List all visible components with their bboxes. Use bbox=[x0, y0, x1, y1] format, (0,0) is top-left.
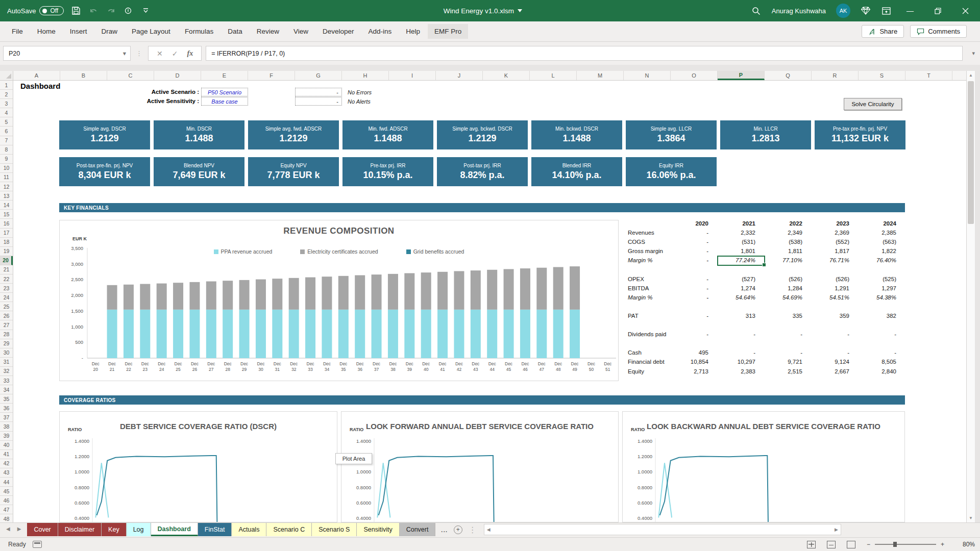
fin-cell[interactable]: 2,332 bbox=[713, 228, 760, 237]
fin-cell[interactable]: - bbox=[666, 237, 713, 246]
fin-cell[interactable]: (538) bbox=[760, 237, 806, 246]
fin-cell[interactable]: 1,297 bbox=[853, 284, 900, 293]
ribbon-tab-help[interactable]: Help bbox=[399, 24, 427, 39]
file-name[interactable]: Wind Energy v1.0.xlsm bbox=[444, 7, 514, 15]
fin-cell[interactable]: 2,713 bbox=[666, 367, 713, 376]
row-header-42[interactable]: 42 bbox=[0, 459, 13, 468]
active-sensitivity-field[interactable]: Base case bbox=[201, 97, 248, 106]
sheet-tab-scenario-s[interactable]: Scenario S bbox=[312, 523, 357, 536]
column-header-S[interactable]: S bbox=[859, 71, 905, 80]
sheet-tab-dashboard[interactable]: Dashboard bbox=[151, 523, 198, 536]
row-header-27[interactable]: 27 bbox=[0, 320, 13, 330]
page-break-view-icon[interactable] bbox=[847, 541, 855, 548]
row-header-12[interactable]: 12 bbox=[0, 182, 13, 191]
row-header-39[interactable]: 39 bbox=[0, 432, 13, 441]
row-header-33[interactable]: 33 bbox=[0, 376, 13, 385]
zoom-percentage[interactable]: 80% bbox=[955, 541, 975, 548]
fin-cell[interactable]: - bbox=[666, 274, 713, 284]
undo-icon[interactable] bbox=[88, 6, 99, 16]
column-header-R[interactable]: R bbox=[812, 71, 859, 80]
column-header-P[interactable]: P bbox=[718, 71, 765, 80]
column-header-A[interactable]: A bbox=[13, 71, 60, 80]
zoom-in-icon[interactable]: + bbox=[941, 541, 944, 548]
fin-cell[interactable]: 8,505 bbox=[853, 357, 900, 366]
column-header-B[interactable]: B bbox=[60, 71, 107, 80]
fin-cell[interactable]: 313 bbox=[713, 311, 760, 320]
fin-cell[interactable]: (563) bbox=[853, 237, 900, 246]
tab-overflow-button[interactable]: ... bbox=[440, 525, 447, 534]
row-header-15[interactable]: 15 bbox=[0, 210, 13, 219]
fin-cell[interactable]: 1,291 bbox=[806, 284, 853, 293]
row-header-18[interactable]: 18 bbox=[0, 238, 13, 247]
accessibility-icon[interactable] bbox=[33, 541, 42, 548]
comments-button[interactable]: Comments bbox=[910, 25, 967, 38]
fin-cell[interactable]: (525) bbox=[853, 274, 900, 284]
fin-cell[interactable]: - bbox=[806, 330, 853, 339]
fin-cell[interactable]: - bbox=[666, 293, 713, 302]
row-header-25[interactable]: 25 bbox=[0, 302, 13, 311]
row-header-26[interactable]: 26 bbox=[0, 311, 13, 320]
row-header-40[interactable]: 40 bbox=[0, 441, 13, 450]
fin-cell[interactable]: - bbox=[713, 330, 760, 339]
fin-cell[interactable]: (526) bbox=[760, 274, 806, 284]
fin-cell[interactable]: 1,274 bbox=[713, 284, 760, 293]
column-header-N[interactable]: N bbox=[624, 71, 671, 80]
sheet-tab-sensitivity[interactable]: Sensitivity bbox=[357, 523, 399, 536]
sheet-tab-cover[interactable]: Cover bbox=[27, 523, 58, 536]
fin-cell[interactable]: - bbox=[666, 256, 713, 265]
sheet-tab-actuals[interactable]: Actuals bbox=[232, 523, 266, 536]
column-header-C[interactable]: C bbox=[107, 71, 154, 80]
row-header-46[interactable]: 46 bbox=[0, 496, 13, 505]
sheet-tab-disclaimer[interactable]: Disclaimer bbox=[58, 523, 102, 536]
fin-cell[interactable]: - bbox=[713, 348, 760, 357]
fin-cell[interactable]: 1,801 bbox=[713, 246, 760, 256]
scroll-up-icon[interactable]: ▲ bbox=[967, 71, 975, 80]
fin-cell[interactable]: - bbox=[760, 348, 806, 357]
column-header-E[interactable]: E bbox=[201, 71, 248, 80]
row-header-9[interactable]: 9 bbox=[0, 155, 13, 164]
column-header-G[interactable]: G bbox=[295, 71, 342, 80]
autosave-toggle[interactable]: AutoSave Off bbox=[7, 6, 64, 15]
tab-scroll-right-icon[interactable]: ▶ bbox=[17, 526, 21, 532]
row-header-14[interactable]: 14 bbox=[0, 201, 13, 210]
fin-cell[interactable]: 2,349 bbox=[760, 228, 806, 237]
vertical-scroll-thumb[interactable] bbox=[968, 81, 974, 224]
cancel-entry-icon[interactable]: ✕ bbox=[157, 49, 163, 58]
fin-cell[interactable]: - bbox=[806, 348, 853, 357]
ribbon-tab-page-layout[interactable]: Page Layout bbox=[125, 24, 177, 39]
minimize-button[interactable]: — bbox=[901, 3, 919, 18]
column-header-L[interactable]: L bbox=[530, 71, 577, 80]
row-header-7[interactable]: 7 bbox=[0, 136, 13, 145]
row-header-28[interactable]: 28 bbox=[0, 330, 13, 339]
scroll-left-icon[interactable]: ◀ bbox=[487, 527, 491, 532]
fin-cell[interactable]: - bbox=[853, 330, 900, 339]
row-header-35[interactable]: 35 bbox=[0, 394, 13, 404]
row-header-30[interactable]: 30 bbox=[0, 348, 13, 358]
fin-cell[interactable]: 76.71% bbox=[806, 256, 853, 265]
search-icon[interactable] bbox=[751, 6, 762, 16]
alerts-field[interactable]: - bbox=[295, 97, 342, 106]
fin-cell[interactable]: (526) bbox=[806, 274, 853, 284]
fin-cell[interactable]: 1,822 bbox=[853, 246, 900, 256]
row-header-2[interactable]: 2 bbox=[0, 90, 13, 99]
formula-input[interactable]: = IFERROR(P19 / P17, 0) bbox=[206, 46, 963, 61]
column-header-H[interactable]: H bbox=[342, 71, 389, 80]
fin-cell[interactable]: (531) bbox=[713, 237, 760, 246]
active-scenario-field[interactable]: P50 Scenario bbox=[201, 88, 248, 96]
horizontal-scrollbar[interactable]: ◀ ▶ bbox=[484, 524, 841, 535]
qat-customize-chevron-icon[interactable] bbox=[140, 6, 151, 16]
fin-cell[interactable]: 359 bbox=[806, 311, 853, 320]
column-header-partial[interactable] bbox=[952, 71, 966, 80]
save-icon[interactable] bbox=[71, 6, 81, 16]
scroll-right-icon[interactable]: ▶ bbox=[835, 527, 838, 532]
fin-cell[interactable]: - bbox=[853, 348, 900, 357]
column-header-I[interactable]: I bbox=[389, 71, 436, 80]
row-header-37[interactable]: 37 bbox=[0, 413, 13, 422]
column-header-J[interactable]: J bbox=[436, 71, 483, 80]
name-box-dropdown-icon[interactable]: ▾ bbox=[123, 49, 126, 57]
avatar[interactable]: AK bbox=[836, 4, 850, 18]
row-header-43[interactable]: 43 bbox=[0, 468, 13, 478]
row-header-41[interactable]: 41 bbox=[0, 450, 13, 459]
ribbon-tab-file[interactable]: File bbox=[5, 24, 30, 39]
row-header-22[interactable]: 22 bbox=[0, 274, 13, 284]
